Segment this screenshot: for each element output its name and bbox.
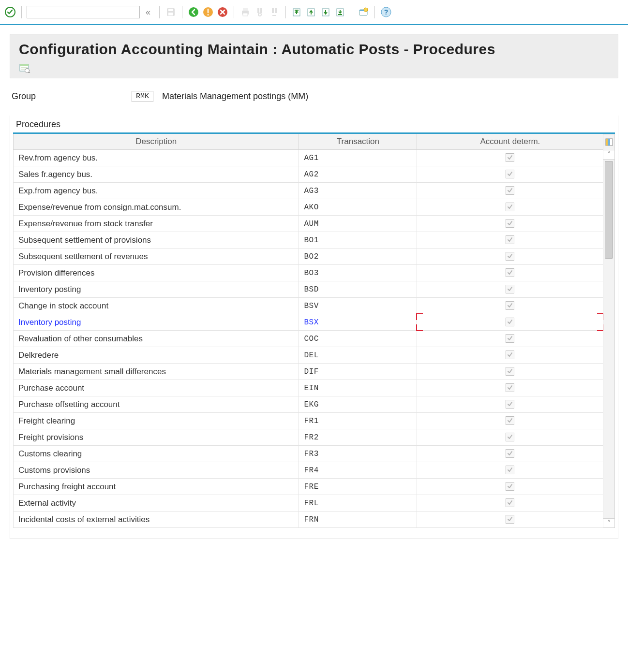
cell-transaction[interactable]: DIF xyxy=(299,364,417,380)
cell-description[interactable]: Inventory posting xyxy=(14,314,299,331)
cell-transaction[interactable]: FR1 xyxy=(299,413,417,429)
cell-description[interactable]: Rev.from agency bus. xyxy=(14,150,299,166)
col-transaction[interactable]: Transaction xyxy=(299,134,417,150)
cell-description[interactable]: Materials management small differences xyxy=(14,364,299,380)
new-session-button[interactable] xyxy=(357,6,370,18)
table-row[interactable]: Purchase offsetting accountEKG xyxy=(14,396,603,413)
back-button[interactable] xyxy=(187,6,200,18)
cell-account-determ[interactable] xyxy=(417,216,603,232)
cell-account-determ[interactable] xyxy=(417,248,603,265)
scroll-down-button[interactable]: ˅ xyxy=(603,518,614,527)
table-row[interactable]: External activityFRL xyxy=(14,495,603,511)
cell-description[interactable]: Expense/revenue from stock transfer xyxy=(14,216,299,232)
table-row[interactable]: Customs provisionsFR4 xyxy=(14,462,603,479)
cell-transaction[interactable]: AG1 xyxy=(299,150,417,166)
cell-account-determ[interactable] xyxy=(417,265,603,281)
exit-button[interactable] xyxy=(202,6,214,18)
cell-transaction[interactable]: FR3 xyxy=(299,446,417,462)
cell-account-determ[interactable] xyxy=(417,183,603,199)
table-row[interactable]: Subsequent settlement of provisionsBO1 xyxy=(14,232,603,248)
cell-account-determ[interactable] xyxy=(417,429,603,446)
table-row[interactable]: Freight clearingFR1 xyxy=(14,413,603,429)
cancel-button[interactable] xyxy=(216,6,229,18)
cell-account-determ[interactable] xyxy=(417,479,603,495)
cell-account-determ[interactable] xyxy=(417,331,603,347)
table-row[interactable]: Subsequent settlement of revenuesBO2 xyxy=(14,248,603,265)
cell-account-determ[interactable] xyxy=(417,462,603,479)
cell-description[interactable]: Expense/revenue from consign.mat.consum. xyxy=(14,199,299,216)
cell-transaction[interactable]: AG3 xyxy=(299,183,417,199)
cell-description[interactable]: Delkredere xyxy=(14,347,299,364)
next-page-button[interactable] xyxy=(320,6,332,18)
cell-account-determ[interactable] xyxy=(417,396,603,413)
cell-description[interactable]: Subsequent settlement of provisions xyxy=(14,232,299,248)
table-row[interactable]: Freight provisionsFR2 xyxy=(14,429,603,446)
cell-description[interactable]: Purchasing freight account xyxy=(14,479,299,495)
cell-transaction[interactable]: BSV xyxy=(299,298,417,314)
table-row[interactable]: Provision differencesBO3 xyxy=(14,265,603,281)
table-row[interactable]: DelkredereDEL xyxy=(14,347,603,364)
help-button[interactable]: ? xyxy=(380,6,392,18)
cell-description[interactable]: Change in stock account xyxy=(14,298,299,314)
table-row[interactable]: Materials management small differencesDI… xyxy=(14,364,603,380)
enter-button[interactable] xyxy=(4,6,16,18)
cell-account-determ[interactable] xyxy=(417,413,603,429)
cell-transaction[interactable]: FR4 xyxy=(299,462,417,479)
table-row[interactable]: Sales fr.agency bus.AG2 xyxy=(14,166,603,183)
cell-account-determ[interactable] xyxy=(417,281,603,298)
cell-transaction[interactable]: FRL xyxy=(299,495,417,511)
cell-description[interactable]: Customs provisions xyxy=(14,462,299,479)
cell-account-determ[interactable] xyxy=(417,314,603,331)
find-next-button[interactable] xyxy=(268,6,281,18)
table-row[interactable]: Revaluation of other consumablesCOC xyxy=(14,331,603,347)
last-page-button[interactable] xyxy=(334,6,347,18)
cell-description[interactable]: Sales fr.agency bus. xyxy=(14,166,299,183)
cell-account-determ[interactable] xyxy=(417,364,603,380)
cell-transaction[interactable]: EKG xyxy=(299,396,417,413)
cell-account-determ[interactable] xyxy=(417,232,603,248)
cell-account-determ[interactable] xyxy=(417,166,603,183)
cell-description[interactable]: Exp.from agency bus. xyxy=(14,183,299,199)
cell-transaction[interactable]: BO2 xyxy=(299,248,417,265)
cell-description[interactable]: Revaluation of other consumables xyxy=(14,331,299,347)
scroll-thumb[interactable] xyxy=(605,161,613,259)
prev-page-button[interactable] xyxy=(305,6,318,18)
cell-account-determ[interactable] xyxy=(417,199,603,216)
cell-transaction[interactable]: FRE xyxy=(299,479,417,495)
cell-transaction[interactable]: AG2 xyxy=(299,166,417,183)
choose-button[interactable] xyxy=(19,62,609,73)
scroll-up-button[interactable]: ˄ xyxy=(603,150,614,160)
first-page-button[interactable] xyxy=(291,6,303,18)
save-button[interactable] xyxy=(164,6,177,18)
table-row[interactable]: Exp.from agency bus.AG3 xyxy=(14,183,603,199)
cell-account-determ[interactable] xyxy=(417,380,603,396)
cell-transaction[interactable]: AUM xyxy=(299,216,417,232)
table-row[interactable]: Purchase accountEIN xyxy=(14,380,603,396)
table-row[interactable]: Inventory postingBSD xyxy=(14,281,603,298)
print-button[interactable] xyxy=(239,6,252,18)
cell-account-determ[interactable] xyxy=(417,511,603,528)
cell-account-determ[interactable] xyxy=(417,150,603,166)
cell-transaction[interactable]: DEL xyxy=(299,347,417,364)
table-row[interactable]: Purchasing freight accountFRE xyxy=(14,479,603,495)
find-button[interactable] xyxy=(254,6,266,18)
cell-description[interactable]: Customs clearing xyxy=(14,446,299,462)
cell-description[interactable]: Freight provisions xyxy=(14,429,299,446)
table-row[interactable]: Change in stock accountBSV xyxy=(14,298,603,314)
cell-account-determ[interactable] xyxy=(417,347,603,364)
cell-transaction[interactable]: FR2 xyxy=(299,429,417,446)
cell-description[interactable]: Purchase offsetting account xyxy=(14,396,299,413)
table-row[interactable]: Inventory postingBSX xyxy=(14,314,603,331)
col-account-determ[interactable]: Account determ. xyxy=(417,134,603,150)
cell-description[interactable]: Inventory posting xyxy=(14,281,299,298)
column-config-button[interactable] xyxy=(603,134,615,150)
cell-transaction[interactable]: COC xyxy=(299,331,417,347)
vertical-scrollbar[interactable]: ˄ ˅ xyxy=(603,150,615,528)
cell-transaction[interactable]: BSD xyxy=(299,281,417,298)
cell-transaction[interactable]: BSX xyxy=(299,314,417,331)
table-row[interactable]: Incidental costs of external activitiesF… xyxy=(14,511,603,528)
command-history-prev[interactable]: « xyxy=(142,6,154,18)
cell-transaction[interactable]: BO1 xyxy=(299,232,417,248)
cell-description[interactable]: Subsequent settlement of revenues xyxy=(14,248,299,265)
command-field[interactable] xyxy=(27,6,140,18)
